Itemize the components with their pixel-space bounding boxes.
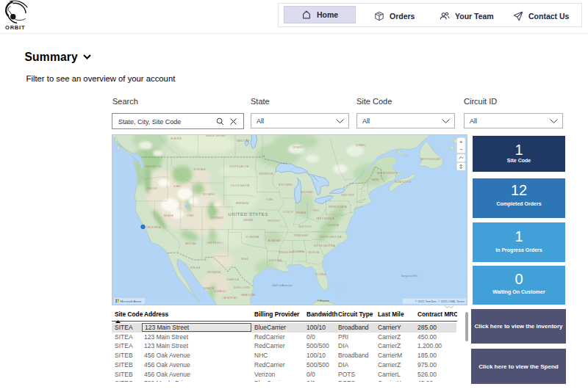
svg-text:NEVADA: NEVADA bbox=[164, 214, 173, 217]
svg-text:SOUTH DAKOTA: SOUTH DAKOTA bbox=[231, 184, 250, 187]
svg-text:CHIHUAHUA: CHIHUAHUA bbox=[207, 271, 220, 274]
svg-text:ONTARIO: ONTARIO bbox=[293, 146, 304, 149]
svg-text:CALIFORNIA: CALIFORNIA bbox=[146, 226, 161, 229]
svg-text:OKLAHOMA: OKLAHOMA bbox=[245, 236, 259, 239]
svg-text:TEXAS: TEXAS bbox=[240, 258, 248, 261]
svg-text:MANITOBA: MANITOBA bbox=[237, 139, 249, 142]
svg-text:+: + bbox=[459, 139, 463, 145]
svg-text:SINALOA: SINALOA bbox=[204, 287, 214, 290]
svg-text:-: - bbox=[460, 145, 462, 153]
svg-text:Sargasso Sea: Sargasso Sea bbox=[401, 275, 418, 277]
svg-text:MISSISSIPPI: MISSISSIPPI bbox=[279, 251, 293, 254]
svg-text:TAMAULIPAS: TAMAULIPAS bbox=[241, 294, 256, 297]
svg-text:OHIO: OHIO bbox=[313, 209, 320, 212]
svg-text:WISCONSIN: WISCONSIN bbox=[279, 184, 293, 186]
svg-text:TENNESSEE: TENNESSEE bbox=[294, 234, 309, 237]
svg-text:OREGON: OREGON bbox=[146, 187, 157, 190]
svg-text:MONTANA: MONTANA bbox=[194, 168, 206, 171]
svg-text:ARIZONA: ARIZONA bbox=[185, 242, 196, 245]
svg-text:WASHINGTON: WASHINGTON bbox=[145, 165, 161, 168]
svg-text:PENNSYLVANIA: PENNSYLVANIA bbox=[329, 206, 347, 208]
svg-text:UNITED STATES: UNITED STATES bbox=[229, 212, 268, 217]
svg-text:QUEBEC: QUEBEC bbox=[356, 144, 366, 147]
svg-text:MAINE: MAINE bbox=[371, 178, 379, 181]
svg-text:SOUTH CAROLINA: SOUTH CAROLINA bbox=[314, 244, 335, 247]
svg-text:NEWFOUNDLAND: NEWFOUNDLAND bbox=[420, 158, 441, 161]
svg-text:CONN.: CONN. bbox=[357, 201, 363, 203]
svg-text:N.J.: N.J. bbox=[350, 211, 354, 214]
svg-text:MICHIGAN: MICHIGAN bbox=[301, 191, 312, 194]
svg-text:ZACATECAS: ZACATECAS bbox=[223, 297, 237, 300]
svg-text:KENTUCKY: KENTUCKY bbox=[298, 225, 312, 228]
svg-text:KANSAS: KANSAS bbox=[243, 219, 253, 222]
svg-text:Microsoft Azure: Microsoft Azure bbox=[121, 300, 143, 303]
svg-text:COLORADO: COLORADO bbox=[210, 217, 224, 219]
svg-text:INDIANA: INDIANA bbox=[296, 211, 306, 214]
svg-text:NEW BRUNSWICK: NEW BRUNSWICK bbox=[377, 172, 398, 175]
svg-text:Gulf of America: Gulf of America bbox=[272, 283, 293, 287]
svg-text:ARKANSAS: ARKANSAS bbox=[268, 239, 281, 242]
svg-text:ILLINOIS: ILLINOIS bbox=[283, 211, 293, 214]
svg-text:NEBRASKA: NEBRASKA bbox=[236, 202, 249, 205]
svg-text:COAHUILA: COAHUILA bbox=[226, 278, 239, 281]
svg-text:ALABAMA: ALABAMA bbox=[293, 250, 304, 253]
svg-text:NUEVO LEON: NUEVO LEON bbox=[234, 286, 249, 289]
svg-text:NEW MEXICO: NEW MEXICO bbox=[207, 242, 223, 244]
svg-text:Havana: Havana bbox=[320, 300, 330, 302]
svg-text:LOUISIANA: LOUISIANA bbox=[269, 259, 282, 262]
svg-text:WYOMING: WYOMING bbox=[203, 193, 215, 196]
svg-text:MASS.: MASS. bbox=[361, 198, 367, 200]
svg-text:SONORA: SONORA bbox=[190, 266, 201, 269]
svg-text:NORTH CAROLINA: NORTH CAROLINA bbox=[320, 236, 341, 239]
svg-text:NOVA SCOTIA: NOVA SCOTIA bbox=[395, 181, 411, 184]
svg-text:© 2025 TomTom, © 2025 OSM, Ter: © 2025 TomTom, © 2025 OSM, Terms bbox=[415, 300, 465, 303]
svg-text:MISSOURI: MISSOURI bbox=[268, 219, 280, 222]
svg-text:ALBERTA: ALBERTA bbox=[171, 137, 182, 140]
svg-text:DURANGO: DURANGO bbox=[214, 290, 226, 293]
svg-text:VT: VT bbox=[359, 188, 362, 190]
svg-text:UTAH: UTAH bbox=[187, 214, 194, 217]
svg-text:VIRGINIA: VIRGINIA bbox=[328, 224, 339, 227]
svg-text:FLORIDA: FLORIDA bbox=[315, 273, 326, 276]
svg-text:MD.: MD. bbox=[340, 214, 344, 217]
svg-text:N.H.: N.H. bbox=[363, 190, 367, 192]
svg-text:NORTH DAKOTA: NORTH DAKOTA bbox=[230, 165, 249, 168]
svg-text:IOWA: IOWA bbox=[266, 198, 273, 201]
svg-text:IDAHO: IDAHO bbox=[173, 185, 182, 188]
svg-text:WEST VIRGINIA: WEST VIRGINIA bbox=[316, 217, 334, 220]
svg-text:MINNESOTA: MINNESOTA bbox=[259, 173, 273, 175]
svg-text:GEORGIA: GEORGIA bbox=[308, 251, 319, 254]
svg-text:NEW YORK: NEW YORK bbox=[341, 194, 354, 197]
svg-text:SASKATCHEWAN: SASKATCHEWAN bbox=[206, 135, 226, 137]
